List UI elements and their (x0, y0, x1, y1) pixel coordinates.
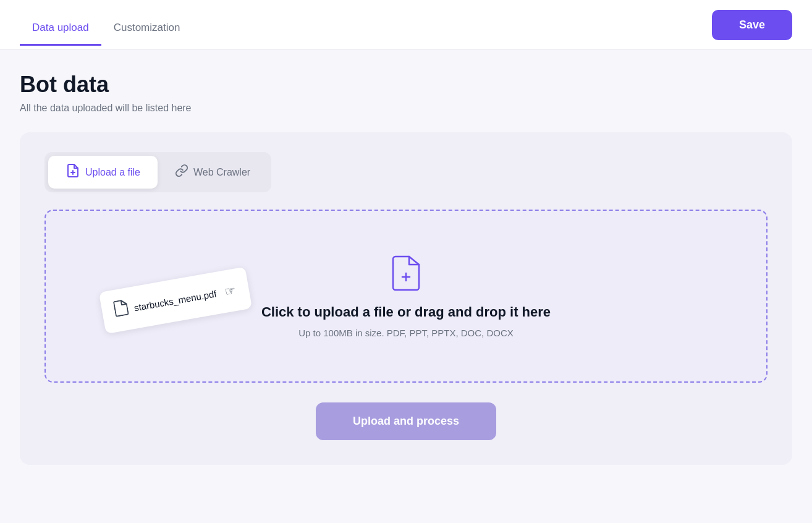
upload-card: Upload a file Web Crawler (20, 132, 792, 465)
header: Data upload Customization Save (0, 0, 812, 49)
dragged-file-preview: starbucks_menu.pdf ☞ (99, 266, 252, 334)
page-title: Bot data (20, 72, 792, 98)
toggle-web-crawler-label: Web Crawler (193, 167, 250, 178)
drop-zone-title: Click to upload a file or drag and drop … (261, 304, 551, 320)
add-file-icon (391, 255, 421, 297)
drop-zone-subtitle: Up to 100MB in size. PDF, PPT, PPTX, DOC… (298, 328, 514, 338)
drop-zone[interactable]: starbucks_menu.pdf ☞ Click to upload a f… (44, 210, 768, 383)
drop-zone-content: Click to upload a file or drag and drop … (261, 255, 551, 338)
toggle-upload-file-label: Upload a file (85, 167, 140, 178)
tab-data-upload[interactable]: Data upload (20, 14, 101, 46)
cursor-icon: ☞ (224, 283, 237, 299)
toggle-upload-file[interactable]: Upload a file (48, 156, 158, 189)
save-button[interactable]: Save (712, 10, 792, 40)
toggle-web-crawler[interactable]: Web Crawler (158, 156, 268, 189)
tab-customization[interactable]: Customization (101, 14, 193, 46)
toggle-group: Upload a file Web Crawler (44, 152, 271, 192)
tabs: Data upload Customization (20, 14, 192, 45)
upload-file-icon (66, 163, 80, 181)
action-row: Upload and process (44, 402, 768, 440)
dragged-file-name: starbucks_menu.pdf (133, 288, 218, 313)
main-content: Bot data All the data uploaded will be l… (0, 49, 812, 523)
file-icon (113, 299, 130, 321)
web-crawler-icon (175, 164, 188, 181)
page-subtitle: All the data uploaded will be listed her… (20, 103, 792, 114)
upload-process-button[interactable]: Upload and process (316, 402, 496, 440)
